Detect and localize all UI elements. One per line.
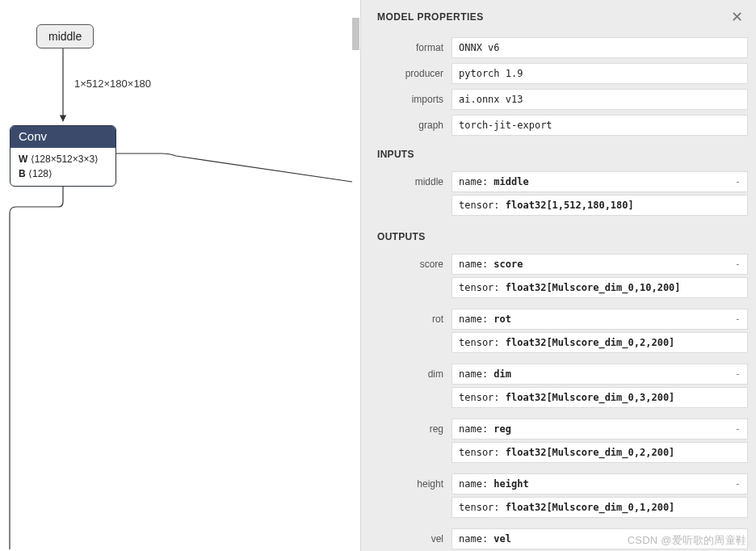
tensor-label: height: [377, 473, 452, 520]
tensor-name-row[interactable]: name: dim-: [452, 364, 748, 385]
tensor-type-row[interactable]: tensor: float32[Mulscore_dim_0,2,200]: [452, 332, 748, 353]
prop-value[interactable]: ai.onnx v13: [452, 89, 748, 110]
tensor-type-key: tensor:: [459, 200, 500, 211]
prop-row: graphtorch-jit-export: [377, 115, 748, 136]
tensor-type-row[interactable]: tensor: float32[Mulscore_dim_0,10,200]: [452, 277, 748, 298]
section-outputs-label: OUTPUTS: [377, 231, 748, 242]
op-attr-b-shape: ⟨128⟩: [28, 168, 52, 179]
tensor-label: vel: [377, 528, 452, 551]
prop-row: importsai.onnx v13: [377, 89, 748, 110]
op-attr-w-shape: ⟨128×512×3×3⟩: [31, 154, 99, 165]
tensor-type-val: float32[Mulscore_dim_0,2,200]: [506, 447, 675, 458]
tensor-name-key: name:: [459, 478, 488, 490]
tensor-name-val: dim: [494, 368, 511, 380]
expand-icon[interactable]: -: [735, 313, 741, 325]
tensor-name-row[interactable]: name: score-: [452, 254, 748, 275]
expand-icon[interactable]: -: [735, 478, 741, 490]
tensor-name-row[interactable]: name: rot-: [452, 309, 748, 330]
tensor-type-key: tensor:: [459, 337, 500, 348]
panel-title: MODEL PROPERTIES: [377, 11, 484, 23]
prop-label: producer: [377, 68, 452, 79]
tensor-type-key: tensor:: [459, 392, 500, 403]
tensor-name-val: vel: [494, 533, 511, 545]
section-inputs-label: INPUTS: [377, 149, 748, 160]
expand-icon[interactable]: -: [735, 259, 741, 270]
tensor-label: score: [377, 254, 452, 301]
tensor-block: scorename: score-tensor: float32[Mulscor…: [377, 254, 748, 301]
tensor-type-key: tensor:: [459, 282, 500, 293]
tensor-name-val: reg: [494, 423, 511, 435]
tensor-name-key: name:: [459, 313, 488, 325]
tensor-label: rot: [377, 309, 452, 355]
tensor-block: rotname: rot-tensor: float32[Mulscore_di…: [377, 309, 748, 355]
expand-icon[interactable]: -: [735, 423, 741, 435]
graph-canvas[interactable]: middle 1×512×180×180 Conv W ⟨128×512×3×3…: [0, 0, 352, 551]
graph-edges: [0, 0, 352, 551]
prop-value[interactable]: torch-jit-export: [452, 115, 748, 136]
tensor-name-val: score: [494, 259, 523, 270]
tensor-name-key: name:: [459, 176, 488, 187]
tensor-type-val: float32[Mulscore_dim_0,1,200]: [506, 502, 675, 513]
op-node-conv[interactable]: Conv W ⟨128×512×3×3⟩ B ⟨128⟩: [10, 125, 116, 187]
op-node-title: Conv: [10, 126, 116, 148]
tensor-type-row[interactable]: tensor: float32[1,512,180,180]: [452, 195, 748, 216]
tensor-type-val: float32[Mulscore_dim_0,10,200]: [506, 282, 681, 293]
tensor-label: middle: [377, 171, 452, 218]
tensor-type-row[interactable]: tensor: float32[Mulscore_dim_0,3,200]: [452, 387, 748, 408]
tensor-name-row[interactable]: name: middle-: [452, 171, 748, 192]
tensor-name-val: height: [494, 478, 528, 490]
tensor-name-key: name:: [459, 533, 488, 545]
properties-panel: MODEL PROPERTIES ✕ formatONNX v6producer…: [360, 0, 756, 551]
input-node-middle[interactable]: middle: [36, 24, 94, 48]
tensor-name-key: name:: [459, 423, 488, 435]
expand-icon[interactable]: -: [735, 368, 741, 380]
tensor-block: dimname: dim-tensor: float32[Mulscore_di…: [377, 364, 748, 410]
tensor-name-row[interactable]: name: height-: [452, 473, 748, 494]
tensor-type-row[interactable]: tensor: float32[Mulscore_dim_0,2,200]: [452, 442, 748, 463]
tensor-block: heightname: height-tensor: float32[Mulsc…: [377, 473, 748, 520]
tensor-name-key: name:: [459, 368, 488, 380]
prop-label: format: [377, 42, 452, 53]
scrollbar-hint[interactable]: [352, 18, 359, 50]
tensor-type-val: float32[Mulscore_dim_0,3,200]: [506, 392, 675, 403]
watermark: CSDN @爱听歌的周童鞋: [628, 533, 746, 548]
prop-row: formatONNX v6: [377, 37, 748, 58]
prop-value[interactable]: pytorch 1.9: [452, 63, 748, 84]
tensor-name-row[interactable]: name: reg-: [452, 419, 748, 440]
tensor-type-row[interactable]: tensor: float32[Mulscore_dim_0,1,200]: [452, 497, 748, 518]
prop-value[interactable]: ONNX v6: [452, 37, 748, 58]
prop-label: graph: [377, 120, 452, 131]
tensor-name-val: middle: [494, 176, 528, 187]
tensor-label: dim: [377, 364, 452, 410]
op-attr-b-key: B: [19, 168, 26, 179]
tensor-block: regname: reg-tensor: float32[Mulscore_di…: [377, 419, 748, 465]
expand-icon[interactable]: -: [735, 176, 741, 187]
tensor-label: reg: [377, 419, 452, 465]
tensor-type-val: float32[1,512,180,180]: [506, 200, 634, 211]
prop-label: imports: [377, 94, 452, 105]
op-node-attrs: W ⟨128×512×3×3⟩ B ⟨128⟩: [10, 148, 116, 186]
tensor-name-val: rot: [494, 313, 511, 325]
prop-row: producerpytorch 1.9: [377, 63, 748, 84]
input-node-label: middle: [48, 30, 82, 43]
edge-label-shape: 1×512×180×180: [74, 78, 151, 90]
tensor-type-key: tensor:: [459, 502, 500, 513]
tensor-block: middlename: middle-tensor: float32[1,512…: [377, 171, 748, 218]
tensor-name-key: name:: [459, 259, 488, 270]
tensor-type-key: tensor:: [459, 447, 500, 458]
op-attr-w-key: W: [19, 154, 27, 165]
tensor-type-val: float32[Mulscore_dim_0,2,200]: [506, 337, 675, 348]
close-icon[interactable]: ✕: [731, 10, 743, 24]
